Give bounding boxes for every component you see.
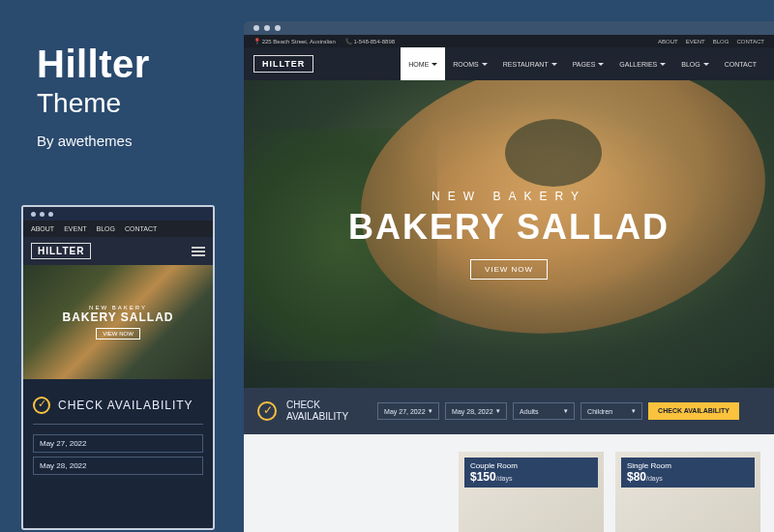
calendar-icon: ▾ xyxy=(496,407,500,415)
check-label: CHECK AVAILABILITY xyxy=(58,399,194,412)
date-in-field[interactable]: May 27, 2022 xyxy=(33,434,203,453)
topnav-contact[interactable]: CONTACT xyxy=(736,39,764,44)
hero-kicker: NEW BAKERY xyxy=(432,190,586,203)
menu-pages[interactable]: PAGES xyxy=(565,47,612,80)
theme-title-block: Hillter Theme By awethemes xyxy=(37,43,150,149)
desktop-nav: HILLTER HOME ROOMS RESTAURANT PAGES GALL… xyxy=(244,47,774,80)
address-text: 📍 225 Beach Street, Australian xyxy=(253,38,336,44)
divider xyxy=(33,424,203,425)
hero-bg-hole xyxy=(505,119,602,187)
topnav-blog[interactable]: BLOG xyxy=(713,39,729,44)
chevron-down-icon: ▾ xyxy=(632,407,636,415)
window-dots xyxy=(244,21,774,35)
logo[interactable]: HILLTER xyxy=(31,243,91,259)
date-in-field[interactable]: May 27, 2022▾ xyxy=(377,402,439,420)
logo[interactable]: HILLTER xyxy=(253,55,313,73)
chevron-down-icon xyxy=(703,63,709,66)
mobile-logobar: HILLTER xyxy=(23,237,213,265)
chevron-down-icon xyxy=(432,63,437,66)
hero-headline: BAKERY SALLAD xyxy=(62,310,173,324)
view-now-button[interactable]: VIEW NOW xyxy=(470,259,548,280)
room-name: Single Room xyxy=(627,461,749,470)
window-dots xyxy=(23,207,213,221)
hamburger-icon[interactable] xyxy=(192,247,205,256)
mobile-check-availability: CHECK AVAILABILITY xyxy=(23,379,213,424)
check-icon xyxy=(33,397,50,414)
desktop-hero: NEW BAKERY BAKERY SALLAD VIEW NOW xyxy=(244,80,774,388)
chevron-down-icon xyxy=(482,63,488,66)
nav-contact[interactable]: CONTACT xyxy=(125,225,157,232)
hero-headline: BAKERY SALLAD xyxy=(348,207,670,248)
nav-event[interactable]: EVENT xyxy=(64,225,86,232)
theme-author: By awethemes xyxy=(37,133,150,149)
room-card[interactable]: Single Room $80/days xyxy=(615,452,760,532)
menu-blog[interactable]: BLOG xyxy=(673,47,716,80)
phone-text: 📞 1-548-854-8898 xyxy=(345,38,395,44)
date-out-field[interactable]: May 28, 2022▾ xyxy=(445,402,507,420)
check-availability-bar: CHECK AVAILABILITY May 27, 2022▾ May 28,… xyxy=(244,388,774,434)
nav-blog[interactable]: BLOG xyxy=(96,225,114,232)
topnav-event[interactable]: EVENT xyxy=(686,39,705,44)
menu-contact[interactable]: CONTACT xyxy=(717,47,764,80)
mobile-date-fields: May 27, 2022 May 28, 2022 xyxy=(23,434,213,475)
main-menu: HOME ROOMS RESTAURANT PAGES GALLERIES BL… xyxy=(401,47,764,80)
chevron-down-icon xyxy=(551,63,557,66)
room-tag: Couple Room $150/days xyxy=(464,458,598,488)
rooms-section: Couple Room $150/days Single Room $80/da… xyxy=(244,434,774,532)
chevron-down-icon: ▾ xyxy=(564,407,568,415)
view-now-button[interactable]: VIEW NOW xyxy=(96,328,140,340)
check-icon xyxy=(257,401,277,421)
desktop-topbar: 📍 225 Beach Street, Australian 📞 1-548-8… xyxy=(244,35,774,47)
room-card[interactable]: Couple Room $150/days xyxy=(459,452,604,532)
mobile-topnav: ABOUT EVENT BLOG CONTACT xyxy=(23,221,213,237)
room-name: Couple Room xyxy=(470,461,592,470)
adults-select[interactable]: Adults▾ xyxy=(513,402,575,420)
theme-name: Hillter xyxy=(37,43,150,86)
chevron-down-icon xyxy=(660,63,666,66)
check-availability-button[interactable]: CHECK AVAILABILITY xyxy=(648,402,739,420)
check-label: CHECK AVAILABILITY xyxy=(286,399,348,423)
menu-rooms[interactable]: ROOMS xyxy=(445,47,494,80)
mobile-preview: ABOUT EVENT BLOG CONTACT HILLTER NEW BAK… xyxy=(21,205,215,530)
calendar-icon: ▾ xyxy=(429,407,432,415)
nav-about[interactable]: ABOUT xyxy=(31,225,54,232)
mobile-hero: NEW BAKERY BAKERY SALLAD VIEW NOW xyxy=(23,265,213,379)
room-price: $150 xyxy=(470,470,496,484)
topnav-about[interactable]: ABOUT xyxy=(658,39,678,44)
children-select[interactable]: Children▾ xyxy=(580,402,642,420)
menu-home[interactable]: HOME xyxy=(401,47,445,80)
room-tag: Single Room $80/days xyxy=(621,458,755,488)
date-out-field[interactable]: May 28, 2022 xyxy=(33,457,203,475)
room-price: $80 xyxy=(627,470,646,484)
menu-galleries[interactable]: GALLERIES xyxy=(611,47,673,80)
theme-sub: Theme xyxy=(37,88,150,119)
chevron-down-icon xyxy=(598,63,604,66)
menu-restaurant[interactable]: RESTAURANT xyxy=(495,47,565,80)
desktop-preview: 📍 225 Beach Street, Australian 📞 1-548-8… xyxy=(244,21,774,532)
